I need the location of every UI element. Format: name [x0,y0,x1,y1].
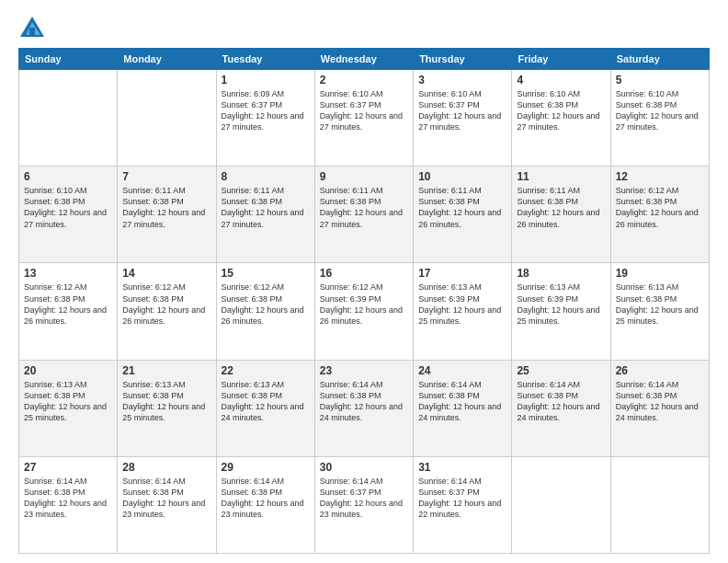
calendar-cell [512,456,610,553]
calendar-cell: 6Sunrise: 6:10 AM Sunset: 6:38 PM Daylig… [19,167,118,263]
cell-date-number: 31 [418,461,506,474]
header-friday: Friday [512,49,610,70]
cell-date-number: 28 [122,461,210,474]
calendar-cell: 13Sunrise: 6:12 AM Sunset: 6:38 PM Dayli… [19,263,118,360]
cell-date-number: 27 [24,461,112,474]
svg-rect-2 [29,28,35,37]
calendar-cell: 5Sunrise: 6:10 AM Sunset: 6:38 PM Daylig… [610,70,709,167]
cell-info: Sunrise: 6:14 AM Sunset: 6:37 PM Dayligh… [320,476,408,521]
calendar-cell: 29Sunrise: 6:14 AM Sunset: 6:38 PM Dayli… [216,456,314,553]
cell-info: Sunrise: 6:13 AM Sunset: 6:38 PM Dayligh… [24,379,112,424]
calendar-cell: 25Sunrise: 6:14 AM Sunset: 6:38 PM Dayli… [512,360,610,456]
calendar-week-3: 13Sunrise: 6:12 AM Sunset: 6:38 PM Dayli… [19,263,710,360]
calendar-cell: 20Sunrise: 6:13 AM Sunset: 6:38 PM Dayli… [19,360,118,456]
cell-info: Sunrise: 6:14 AM Sunset: 6:38 PM Dayligh… [24,476,112,521]
calendar-cell: 9Sunrise: 6:11 AM Sunset: 6:38 PM Daylig… [314,167,413,263]
cell-info: Sunrise: 6:14 AM Sunset: 6:37 PM Dayligh… [418,476,506,521]
calendar-cell [19,70,118,167]
calendar-cell: 19Sunrise: 6:13 AM Sunset: 6:38 PM Dayli… [610,263,709,360]
cell-info: Sunrise: 6:14 AM Sunset: 6:38 PM Dayligh… [320,379,408,424]
cell-info: Sunrise: 6:11 AM Sunset: 6:38 PM Dayligh… [320,185,408,230]
cell-info: Sunrise: 6:12 AM Sunset: 6:38 PM Dayligh… [24,282,112,327]
cell-date-number: 1 [222,74,310,86]
logo-icon [18,15,46,40]
cell-date-number: 15 [222,267,310,280]
cell-info: Sunrise: 6:10 AM Sunset: 6:38 PM Dayligh… [517,88,605,133]
cell-date-number: 12 [616,170,704,183]
cell-date-number: 26 [616,364,704,377]
cell-date-number: 6 [24,170,112,183]
calendar-cell: 10Sunrise: 6:11 AM Sunset: 6:38 PM Dayli… [414,167,512,263]
cell-date-number: 24 [418,364,506,377]
calendar-cell: 16Sunrise: 6:12 AM Sunset: 6:39 PM Dayli… [314,263,413,360]
cell-date-number: 5 [616,74,704,86]
calendar-week-4: 20Sunrise: 6:13 AM Sunset: 6:38 PM Dayli… [19,360,710,456]
header-thursday: Thursday [414,49,512,70]
cell-date-number: 17 [418,267,506,280]
calendar-cell: 1Sunrise: 6:09 AM Sunset: 6:37 PM Daylig… [216,70,314,167]
cell-info: Sunrise: 6:13 AM Sunset: 6:38 PM Dayligh… [222,379,310,424]
header-saturday: Saturday [610,49,709,70]
cell-info: Sunrise: 6:14 AM Sunset: 6:38 PM Dayligh… [517,379,605,424]
cell-info: Sunrise: 6:14 AM Sunset: 6:38 PM Dayligh… [418,379,506,424]
cell-info: Sunrise: 6:12 AM Sunset: 6:39 PM Dayligh… [320,282,408,327]
calendar-cell: 17Sunrise: 6:13 AM Sunset: 6:39 PM Dayli… [414,263,512,360]
calendar-cell: 22Sunrise: 6:13 AM Sunset: 6:38 PM Dayli… [216,360,314,456]
cell-info: Sunrise: 6:11 AM Sunset: 6:38 PM Dayligh… [222,185,310,230]
cell-date-number: 13 [24,267,112,280]
cell-info: Sunrise: 6:13 AM Sunset: 6:38 PM Dayligh… [616,282,704,327]
cell-date-number: 4 [517,74,605,86]
cell-date-number: 7 [122,170,210,183]
cell-date-number: 16 [320,267,408,280]
calendar-cell: 15Sunrise: 6:12 AM Sunset: 6:38 PM Dayli… [216,263,314,360]
cell-date-number: 22 [222,364,310,377]
cell-date-number: 2 [320,74,408,86]
cell-date-number: 19 [616,267,704,280]
header-sunday: Sunday [19,49,118,70]
header [18,15,710,40]
calendar-cell: 27Sunrise: 6:14 AM Sunset: 6:38 PM Dayli… [19,456,118,553]
cell-date-number: 3 [418,74,506,86]
cell-date-number: 29 [222,461,310,474]
cell-date-number: 25 [517,364,605,377]
calendar-week-1: 1Sunrise: 6:09 AM Sunset: 6:37 PM Daylig… [19,70,710,167]
cell-date-number: 10 [418,170,506,183]
calendar-cell: 12Sunrise: 6:12 AM Sunset: 6:38 PM Dayli… [610,167,709,263]
cell-info: Sunrise: 6:11 AM Sunset: 6:38 PM Dayligh… [122,185,210,230]
calendar-cell [118,70,216,167]
cell-date-number: 11 [517,170,605,183]
calendar-cell [610,456,709,553]
cell-info: Sunrise: 6:11 AM Sunset: 6:38 PM Dayligh… [517,185,605,230]
calendar-cell: 18Sunrise: 6:13 AM Sunset: 6:39 PM Dayli… [512,263,610,360]
cell-info: Sunrise: 6:14 AM Sunset: 6:38 PM Dayligh… [222,476,310,521]
cell-date-number: 8 [222,170,310,183]
cell-info: Sunrise: 6:13 AM Sunset: 6:38 PM Dayligh… [122,379,210,424]
calendar-cell: 4Sunrise: 6:10 AM Sunset: 6:38 PM Daylig… [512,70,610,167]
calendar-cell: 24Sunrise: 6:14 AM Sunset: 6:38 PM Dayli… [414,360,512,456]
cell-info: Sunrise: 6:10 AM Sunset: 6:38 PM Dayligh… [616,88,704,133]
calendar-cell: 3Sunrise: 6:10 AM Sunset: 6:37 PM Daylig… [414,70,512,167]
cell-info: Sunrise: 6:14 AM Sunset: 6:38 PM Dayligh… [122,476,210,521]
calendar-cell: 31Sunrise: 6:14 AM Sunset: 6:37 PM Dayli… [414,456,512,553]
calendar-cell: 26Sunrise: 6:14 AM Sunset: 6:38 PM Dayli… [610,360,709,456]
calendar-week-2: 6Sunrise: 6:10 AM Sunset: 6:38 PM Daylig… [19,167,710,263]
calendar-cell: 30Sunrise: 6:14 AM Sunset: 6:37 PM Dayli… [314,456,413,553]
calendar-cell: 28Sunrise: 6:14 AM Sunset: 6:38 PM Dayli… [118,456,216,553]
calendar-cell: 7Sunrise: 6:11 AM Sunset: 6:38 PM Daylig… [118,167,216,263]
header-wednesday: Wednesday [314,49,413,70]
cell-info: Sunrise: 6:10 AM Sunset: 6:38 PM Dayligh… [24,185,112,230]
cell-date-number: 21 [122,364,210,377]
header-monday: Monday [118,49,216,70]
header-tuesday: Tuesday [216,49,314,70]
cell-info: Sunrise: 6:12 AM Sunset: 6:38 PM Dayligh… [222,282,310,327]
cell-date-number: 18 [517,267,605,280]
calendar-cell: 11Sunrise: 6:11 AM Sunset: 6:38 PM Dayli… [512,167,610,263]
cell-info: Sunrise: 6:12 AM Sunset: 6:38 PM Dayligh… [122,282,210,327]
cell-date-number: 30 [320,461,408,474]
calendar-cell: 2Sunrise: 6:10 AM Sunset: 6:37 PM Daylig… [314,70,413,167]
calendar-cell: 23Sunrise: 6:14 AM Sunset: 6:38 PM Dayli… [314,360,413,456]
calendar-cell: 8Sunrise: 6:11 AM Sunset: 6:38 PM Daylig… [216,167,314,263]
calendar-week-5: 27Sunrise: 6:14 AM Sunset: 6:38 PM Dayli… [19,456,710,553]
cell-date-number: 23 [320,364,408,377]
cell-info: Sunrise: 6:11 AM Sunset: 6:38 PM Dayligh… [418,185,506,230]
